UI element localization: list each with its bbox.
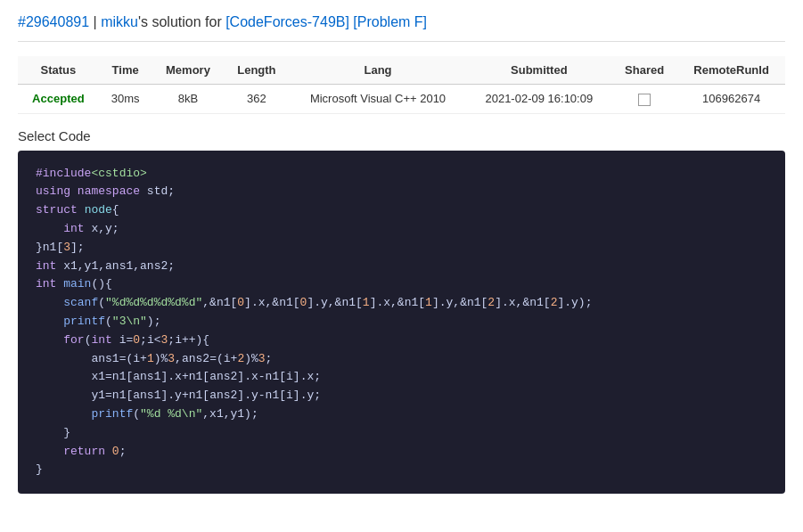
code-line-14: printf("%d %d\n",x1,y1);: [36, 405, 767, 424]
code-line-17: }: [36, 461, 767, 479]
cell-status: Accepted: [18, 85, 99, 114]
code-line-13: y1=n1[ans1].y+n1[ans2].y-n1[i].y;: [36, 387, 767, 405]
page-title: #29640891 | mikku's solution for [CodeFo…: [18, 14, 785, 42]
code-line-6: int x1,y1,ans1,ans2;: [36, 258, 767, 276]
code-line-2: using namespace std;: [36, 183, 767, 201]
col-remote-run-id: RemoteRunId: [677, 56, 785, 85]
problem-link[interactable]: [CodeForces-749B] [Problem F]: [225, 14, 427, 29]
col-memory: Memory: [152, 56, 225, 85]
col-submitted: Submitted: [467, 56, 612, 85]
cell-submitted: 2021-02-09 16:10:09: [467, 85, 612, 114]
table-row: Accepted 30ms 8kB 362 Microsoft Visual C…: [18, 85, 785, 114]
code-line-8: scanf("%d%d%d%d%d%d",&n1[0].x,&n1[0].y,&…: [36, 294, 767, 313]
submission-id-link[interactable]: #29640891: [18, 14, 89, 29]
select-code-label: Select Code: [18, 128, 785, 143]
cell-lang: Microsoft Visual C++ 2010: [289, 85, 466, 114]
cell-time: 30ms: [99, 85, 152, 114]
cell-shared[interactable]: [611, 85, 677, 114]
col-lang: Lang: [289, 56, 466, 85]
code-block: #include<cstdio> using namespace std; st…: [18, 151, 785, 495]
code-line-16: return 0;: [36, 443, 767, 462]
username-link[interactable]: mikku: [101, 14, 138, 29]
code-line-1: #include<cstdio>: [36, 165, 767, 184]
col-time: Time: [99, 56, 152, 85]
cell-remote-run-id: 106962674: [677, 85, 785, 114]
code-line-3: struct node{: [36, 201, 767, 220]
col-shared: Shared: [611, 56, 677, 85]
code-line-15: }: [36, 424, 767, 443]
code-line-7: int main(){: [36, 275, 767, 294]
code-line-10: for(int i=0;i<3;i++){: [36, 331, 767, 350]
cell-memory: 8kB: [152, 85, 225, 114]
code-line-11: ans1=(i+1)%3,ans2=(i+2)%3;: [36, 350, 767, 369]
code-line-12: x1=n1[ans1].x+n1[ans2].x-n1[i].x;: [36, 368, 767, 387]
code-line-9: printf("3\n");: [36, 313, 767, 331]
code-line-5: }n1[3];: [36, 239, 767, 258]
possessive: 's solution for: [138, 14, 225, 29]
col-status: Status: [18, 56, 99, 85]
cell-length: 362: [224, 85, 289, 114]
code-line-4: int x,y;: [36, 220, 767, 239]
shared-checkbox[interactable]: [638, 94, 651, 106]
status-badge: Accepted: [32, 92, 85, 105]
submission-table: Status Time Memory Length Lang Submitted…: [18, 56, 785, 114]
table-header-row: Status Time Memory Length Lang Submitted…: [18, 56, 785, 85]
col-length: Length: [224, 56, 289, 85]
separator: |: [94, 14, 102, 29]
